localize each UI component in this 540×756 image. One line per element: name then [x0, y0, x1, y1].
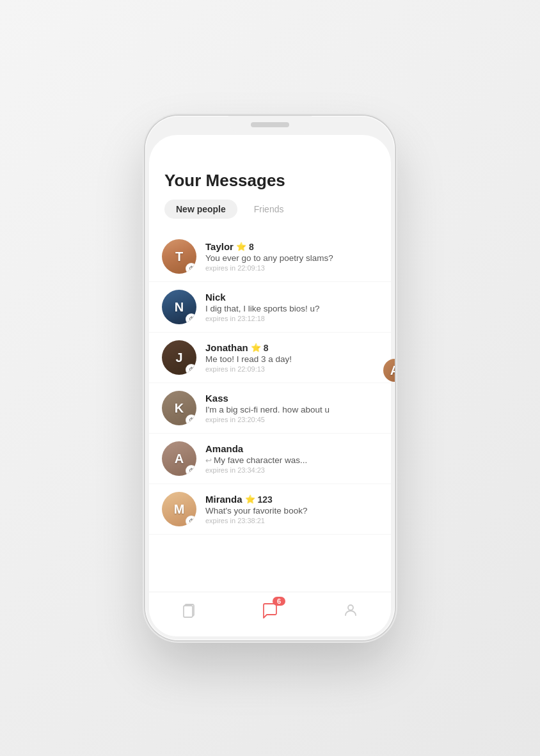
avatar: A ⏱ [162, 441, 196, 476]
tab-friends[interactable]: Friends [242, 200, 296, 219]
expires-text: expires in 23:20:45 [205, 416, 378, 423]
expires-text: expires in 23:38:21 [205, 517, 378, 524]
avatar: K ⏱ [162, 391, 196, 425]
message-content: Amanda ↩My fave character was... expires… [205, 443, 378, 474]
star-count: 123 [258, 494, 273, 505]
sender-name: Nick [205, 292, 226, 303]
message-header-row: Miranda ⭐ 123 [205, 494, 378, 505]
svg-point-2 [348, 605, 353, 610]
message-preview: ↩My fave character was... [205, 455, 378, 465]
expires-text: expires in 23:12:18 [205, 315, 378, 322]
list-item[interactable]: J ⏱ Jonathan ⭐ 8 Me too! I read 3 a day!… [149, 333, 391, 383]
avatar: J ⏱ [162, 340, 196, 375]
clock-icon: ⏱ [186, 466, 196, 476]
star-count: 8 [249, 242, 254, 252]
sender-name: Miranda [205, 494, 242, 505]
clock-icon: ⏱ [186, 365, 196, 375]
message-preview: What's your favorite book? [205, 506, 378, 516]
expires-text: expires in 22:09:13 [205, 365, 378, 373]
notch-pill [251, 122, 289, 127]
message-header-row: Nick [205, 292, 378, 303]
sender-name: Jonathan [205, 342, 248, 353]
avatar: N ⏱ [162, 290, 196, 324]
star-icon: ⭐ [236, 242, 246, 251]
message-preview: I dig that, I like sports bios! u? [205, 304, 378, 313]
messages-badge: 6 [273, 597, 285, 606]
tabs-container: New people Friends [164, 200, 376, 219]
clock-icon: ⏱ [186, 314, 196, 324]
list-item[interactable]: A ⏱ Amanda ↩My fave character was... exp… [149, 434, 391, 484]
svg-rect-1 [184, 606, 193, 617]
bottom-nav: 6 [149, 592, 391, 636]
nav-item-messages[interactable]: 6 [251, 596, 289, 628]
star-count: 8 [264, 343, 269, 353]
avatar: M ⏱ [162, 492, 196, 526]
message-preview: Me too! I read 3 a day! [205, 354, 378, 364]
list-item[interactable]: K ⏱ Kass I'm a big sci-fi nerd. how abou… [149, 383, 391, 434]
tab-new-people[interactable]: New people [164, 200, 237, 219]
screen: Your Messages New people Friends T ⏱ [149, 135, 391, 636]
message-header-row: Amanda [205, 443, 378, 454]
cards-icon [182, 602, 197, 622]
list-item[interactable]: N ⏱ Nick I dig that, I like sports bios!… [149, 282, 391, 333]
message-header-row: Jonathan ⭐ 8 [205, 342, 378, 353]
sender-name: Taylor [205, 241, 234, 252]
message-header-row: Kass [205, 393, 378, 404]
page-title: Your Messages [164, 171, 376, 191]
message-preview: I'm a big sci-fi nerd. how about u [205, 405, 378, 414]
sender-name: Kass [205, 393, 228, 404]
clock-icon: ⏱ [186, 264, 196, 274]
star-icon: ⭐ [251, 343, 261, 352]
message-preview: You ever go to any poetry slams? [205, 253, 378, 263]
message-content: Jonathan ⭐ 8 Me too! I read 3 a day! exp… [205, 342, 378, 373]
clock-icon: ⏱ [186, 415, 196, 425]
profile-icon [343, 602, 358, 622]
list-item[interactable]: M ⏱ Miranda ⭐ 123 What's your favorite b… [149, 484, 391, 535]
message-list: T ⏱ Taylor ⭐ 8 You ever go to any poetry… [149, 229, 391, 592]
expires-text: expires in 22:09:13 [205, 264, 378, 272]
expires-text: expires in 23:34:23 [205, 466, 378, 474]
avatar: T ⏱ [162, 239, 196, 274]
phone-wrapper: ← A Typ Your Messages New people Friends [0, 0, 540, 756]
phone-device: ← A Typ Your Messages New people Friends [145, 116, 395, 640]
sender-name: Amanda [205, 443, 243, 454]
message-content: Kass I'm a big sci-fi nerd. how about u … [205, 393, 378, 423]
screen-inner: Your Messages New people Friends T ⏱ [149, 135, 391, 636]
message-header-row: Taylor ⭐ 8 [205, 241, 378, 252]
message-content: Nick I dig that, I like sports bios! u? … [205, 292, 378, 322]
nav-item-profile[interactable] [331, 596, 370, 628]
list-item[interactable]: T ⏱ Taylor ⭐ 8 You ever go to any poetry… [149, 232, 391, 282]
message-content: Taylor ⭐ 8 You ever go to any poetry sla… [205, 241, 378, 272]
chat-bubble-icon: 6 [261, 602, 279, 622]
nav-item-cards[interactable] [170, 596, 209, 628]
header: Your Messages New people Friends [149, 161, 391, 229]
clock-icon: ⏱ [186, 516, 196, 526]
star-icon: ⭐ [245, 494, 255, 504]
notch [228, 116, 312, 134]
reply-icon: ↩ [205, 456, 212, 465]
message-content: Miranda ⭐ 123 What's your favorite book?… [205, 494, 378, 524]
